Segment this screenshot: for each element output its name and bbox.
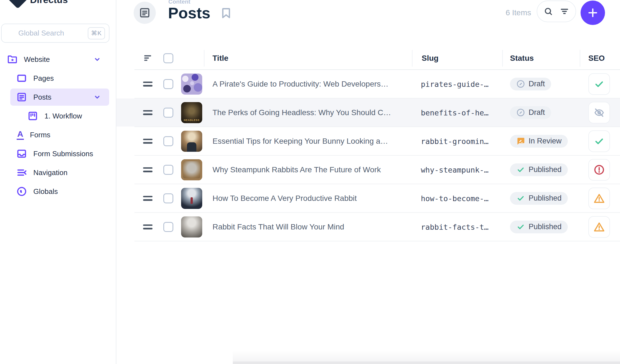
page-title: Posts bbox=[168, 4, 211, 22]
seo-status-icon bbox=[588, 188, 610, 209]
bookmark-icon[interactable] bbox=[219, 6, 233, 20]
row-checkbox[interactable] bbox=[163, 79, 173, 89]
filter-icon[interactable] bbox=[559, 6, 569, 16]
drag-handle[interactable] bbox=[143, 82, 152, 87]
status-cell: In Review bbox=[510, 135, 568, 148]
table-row[interactable]: HEADLESS The Perks of Going Headless: Wh… bbox=[134, 98, 620, 127]
seo-cell bbox=[588, 159, 610, 181]
manual-sort-icon[interactable] bbox=[143, 53, 154, 64]
row-checkbox[interactable] bbox=[163, 222, 173, 232]
sidebar-item-label: Forms bbox=[30, 131, 51, 139]
check-icon bbox=[516, 165, 525, 174]
post-title: The Perks of Going Headless: Why You Sho… bbox=[212, 108, 410, 117]
column-divider bbox=[580, 50, 580, 67]
status-badge: Published bbox=[510, 221, 568, 233]
post-thumbnail bbox=[181, 131, 202, 152]
table-row[interactable]: Essential Tips for Keeping Your Bunny Lo… bbox=[134, 127, 620, 156]
brand-name: Directus bbox=[30, 0, 68, 5]
status-badge: Draft bbox=[510, 106, 551, 119]
status-cell: Published bbox=[510, 221, 568, 233]
search-filter-group bbox=[537, 1, 576, 22]
post-slug: how-to-become-… bbox=[421, 194, 495, 203]
status-badge: In Review bbox=[510, 135, 568, 148]
sidebar-item-pages[interactable]: Pages bbox=[0, 69, 116, 88]
warning-icon bbox=[593, 193, 605, 204]
app-window: Directus Global Search ⌘K Website bbox=[0, 0, 620, 364]
add-item-button[interactable] bbox=[581, 1, 605, 25]
row-checkbox[interactable] bbox=[163, 136, 173, 146]
drag-handle[interactable] bbox=[143, 139, 152, 144]
status-badge: Published bbox=[510, 192, 568, 205]
chevron-down-icon[interactable] bbox=[92, 55, 102, 64]
globe-icon bbox=[16, 186, 27, 197]
status-label: In Review bbox=[529, 137, 562, 145]
sidebar-item-form-submissions[interactable]: Form Submissions bbox=[0, 144, 116, 163]
post-title: How To Become A Very Productive Rabbit bbox=[212, 194, 410, 203]
table-row[interactable]: Why Steampunk Rabbits Are The Future of … bbox=[134, 156, 620, 184]
drag-handle[interactable] bbox=[143, 110, 152, 115]
row-checkbox[interactable] bbox=[163, 108, 173, 118]
column-divider bbox=[412, 50, 412, 67]
status-label: Published bbox=[529, 223, 562, 231]
drag-handle[interactable] bbox=[143, 167, 152, 172]
check-icon bbox=[593, 135, 605, 147]
select-all-checkbox[interactable] bbox=[163, 53, 173, 63]
sidebar-item-forms[interactable]: A Forms bbox=[0, 125, 116, 144]
table-row[interactable]: Rabbit Facts That Will Blow Your Mind ra… bbox=[134, 213, 620, 241]
folder-star-icon bbox=[7, 54, 18, 65]
table-row[interactable]: How To Become A Very Productive Rabbit h… bbox=[134, 184, 620, 213]
inbox-icon bbox=[16, 148, 27, 159]
sidebar-item-navigation[interactable]: Navigation bbox=[0, 163, 116, 182]
collection-icon-button[interactable] bbox=[134, 2, 156, 24]
post-thumbnail: HEADLESS bbox=[181, 102, 202, 123]
sidebar-item-label: Form Submissions bbox=[33, 150, 93, 158]
drag-handle[interactable] bbox=[143, 196, 152, 201]
column-header-status[interactable]: Status bbox=[510, 54, 534, 63]
drag-handle[interactable] bbox=[143, 224, 152, 229]
horizontal-scrollbar[interactable] bbox=[233, 362, 620, 364]
window-icon bbox=[16, 73, 27, 84]
chevron-down-icon[interactable] bbox=[92, 92, 102, 102]
sidebar-item-workflow[interactable]: 1. Workflow bbox=[0, 107, 116, 125]
article-icon bbox=[16, 92, 27, 103]
post-thumbnail bbox=[181, 159, 202, 180]
global-search-placeholder: Global Search bbox=[18, 29, 88, 37]
kanban-icon bbox=[27, 110, 38, 122]
article-icon bbox=[139, 7, 151, 19]
column-header-slug[interactable]: Slug bbox=[422, 54, 439, 63]
table-header-row: Title Slug Status SEO bbox=[134, 47, 620, 70]
sidebar-nav: Website Pages Posts bbox=[0, 50, 116, 201]
sidebar-item-posts[interactable]: Posts bbox=[0, 88, 116, 107]
sidebar-item-website[interactable]: Website bbox=[0, 50, 116, 69]
search-icon[interactable] bbox=[543, 6, 553, 16]
status-badge: Draft bbox=[510, 78, 551, 90]
plus-icon bbox=[586, 6, 599, 19]
row-checkbox[interactable] bbox=[163, 165, 173, 175]
post-slug: why-steampunk-… bbox=[421, 165, 495, 174]
table-row[interactable]: A Pirate's Guide to Productivity: Web De… bbox=[134, 70, 620, 98]
draft-icon bbox=[516, 79, 525, 89]
row-checkbox[interactable] bbox=[163, 193, 173, 203]
global-search-input[interactable]: Global Search ⌘K bbox=[1, 24, 109, 43]
sidebar-item-label: Pages bbox=[33, 74, 54, 83]
column-header-title[interactable]: Title bbox=[212, 54, 228, 63]
status-cell: Published bbox=[510, 163, 568, 176]
sidebar-item-globals[interactable]: Globals bbox=[0, 182, 116, 201]
directus-logo-icon bbox=[7, 0, 29, 9]
error-icon bbox=[593, 164, 605, 176]
post-title: A Pirate's Guide to Productivity: Web De… bbox=[212, 80, 410, 89]
post-thumbnail bbox=[181, 74, 202, 95]
rate-review-icon bbox=[516, 136, 525, 146]
seo-status-icon bbox=[588, 159, 610, 181]
post-title: Why Steampunk Rabbits Are The Future of … bbox=[212, 165, 410, 174]
seo-cell bbox=[588, 130, 610, 152]
sidebar-item-label: Posts bbox=[33, 93, 51, 102]
column-divider bbox=[502, 50, 503, 67]
seo-cell bbox=[588, 188, 610, 209]
column-header-seo[interactable]: SEO bbox=[588, 54, 605, 63]
brand[interactable]: Directus bbox=[0, 0, 116, 9]
seo-status-icon bbox=[588, 216, 610, 238]
status-label: Published bbox=[529, 165, 562, 174]
post-slug: benefits-of-he… bbox=[421, 108, 495, 117]
draft-icon bbox=[516, 108, 525, 117]
